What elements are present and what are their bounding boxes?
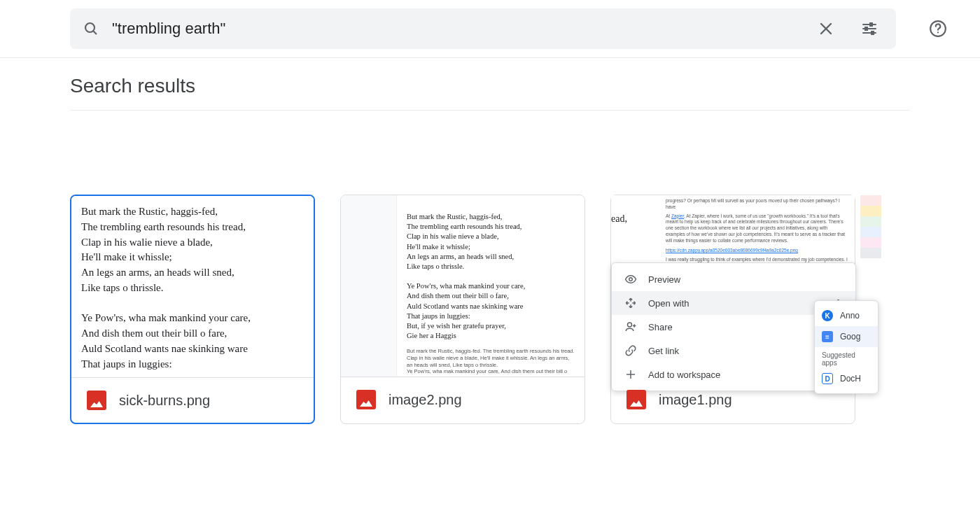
file-thumbnail: But mark the Rustic, haggis-fed, The tre… bbox=[341, 195, 584, 377]
app-icon: D bbox=[822, 373, 833, 384]
search-actions bbox=[812, 15, 883, 43]
app-icon: K bbox=[822, 310, 833, 321]
menu-label: Get link bbox=[648, 346, 679, 356]
thumbnail-text: But mark the Rustic, haggis-fed, The tre… bbox=[71, 196, 314, 378]
eye-icon bbox=[624, 273, 637, 286]
image-file-icon bbox=[87, 391, 106, 410]
submenu-item[interactable]: ≡ Goog bbox=[815, 326, 878, 347]
thumbnail-text: But mark the Rustic, haggis-fed, The tre… bbox=[407, 212, 575, 341]
submenu-item[interactable]: D DocH bbox=[815, 368, 878, 389]
app-icon: ≡ bbox=[822, 331, 833, 342]
link-icon bbox=[624, 344, 637, 357]
open-with-icon bbox=[624, 297, 637, 309]
thumbnail-notes: But mark the Rustic, haggis-fed. The tre… bbox=[407, 348, 575, 377]
svg-rect-8 bbox=[865, 27, 867, 30]
menu-label: Add to workspace bbox=[648, 370, 720, 380]
file-thumbnail: But mark the Rustic, haggis-fed, The tre… bbox=[71, 196, 314, 378]
image-file-icon bbox=[356, 390, 376, 409]
search-bar[interactable] bbox=[70, 8, 896, 49]
menu-item-preview[interactable]: Preview bbox=[612, 267, 855, 291]
menu-label: Preview bbox=[648, 274, 680, 285]
results-title: Search results bbox=[70, 75, 910, 111]
help-icon[interactable] bbox=[924, 15, 952, 43]
file-thumbnail: ead, progress? Or perhaps MI will survei… bbox=[611, 195, 855, 377]
open-with-submenu: K Anno ≡ Goog Suggested apps D DocH bbox=[814, 300, 878, 394]
search-input[interactable] bbox=[112, 20, 812, 38]
svg-rect-7 bbox=[870, 23, 872, 26]
plus-icon bbox=[624, 368, 637, 381]
file-card[interactable]: But mark the Rustic, haggis-fed, The tre… bbox=[70, 195, 315, 424]
thumb-fragment: ead, bbox=[611, 213, 627, 225]
file-name: sick-burns.png bbox=[119, 393, 210, 409]
header bbox=[0, 0, 980, 58]
svg-rect-9 bbox=[872, 31, 874, 34]
svg-point-12 bbox=[629, 278, 633, 281]
submenu-label: Goog bbox=[840, 332, 860, 342]
svg-line-1 bbox=[93, 31, 97, 34]
submenu-label: Anno bbox=[840, 311, 860, 321]
submenu-item[interactable]: K Anno bbox=[815, 305, 878, 326]
svg-point-0 bbox=[85, 23, 94, 32]
person-add-icon bbox=[624, 321, 637, 333]
svg-point-13 bbox=[628, 323, 632, 327]
content: Search results But mark the Rustic, hagg… bbox=[0, 58, 980, 441]
submenu-section: Suggested apps bbox=[815, 347, 878, 368]
file-name: image2.png bbox=[388, 392, 462, 408]
image-file-icon bbox=[626, 390, 646, 409]
results-grid: But mark the Rustic, haggis-fed, The tre… bbox=[70, 118, 910, 424]
file-card[interactable]: ead, progress? Or perhaps MI will survei… bbox=[610, 195, 855, 424]
clear-search-icon[interactable] bbox=[812, 15, 840, 43]
file-card[interactable]: But mark the Rustic, haggis-fed, The tre… bbox=[340, 195, 585, 424]
menu-label: Open with bbox=[648, 298, 690, 309]
menu-label: Share bbox=[648, 322, 673, 332]
search-icon bbox=[83, 20, 99, 37]
file-footer: image2.png bbox=[341, 377, 584, 422]
file-name: image1.png bbox=[659, 392, 732, 408]
svg-point-11 bbox=[937, 31, 939, 33]
submenu-label: DocH bbox=[840, 374, 861, 384]
file-footer: sick-burns.png bbox=[71, 378, 314, 423]
search-options-icon[interactable] bbox=[855, 15, 883, 43]
